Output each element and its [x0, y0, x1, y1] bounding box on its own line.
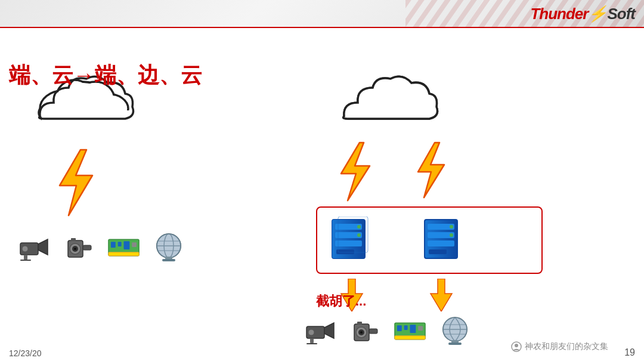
- svg-rect-85: [448, 343, 462, 345]
- left-device-row: [18, 233, 286, 263]
- svg-point-87: [515, 344, 518, 347]
- server-1: [329, 217, 374, 264]
- date-text: 12/23/20: [9, 348, 42, 358]
- svg-point-39: [157, 234, 181, 258]
- right-lightnings: [331, 141, 632, 203]
- svg-rect-59: [429, 249, 447, 254]
- svg-point-57: [450, 225, 453, 229]
- page-number: 19: [624, 347, 635, 358]
- server-box: [316, 206, 543, 274]
- svg-marker-42: [341, 143, 370, 200]
- svg-rect-14: [42, 110, 131, 131]
- svg-rect-41: [162, 259, 175, 261]
- svg-rect-76: [404, 325, 408, 330]
- device-storage: [152, 233, 185, 263]
- svg-rect-71: [369, 329, 377, 334]
- page-title: 端、云→端、边、云: [9, 61, 202, 90]
- svg-rect-78: [418, 326, 423, 331]
- caption: 截胡了...: [316, 292, 366, 310]
- thundersoft-logo: Thunder⚡Soft: [530, 4, 635, 23]
- svg-point-83: [443, 317, 467, 341]
- device-pcie-card: [107, 233, 140, 263]
- device-small-camera: [63, 233, 95, 263]
- device-pcie-card-2: [394, 316, 426, 346]
- svg-rect-77: [410, 325, 416, 333]
- svg-rect-28: [109, 252, 139, 256]
- soft-text: Soft: [607, 4, 635, 22]
- svg-rect-25: [83, 245, 91, 250]
- svg-rect-32: [132, 242, 137, 247]
- svg-point-18: [22, 246, 28, 252]
- svg-marker-63: [324, 323, 334, 338]
- svg-rect-48: [335, 240, 362, 246]
- thunder-text: Thunder: [530, 4, 588, 22]
- header: Thunder⚡Soft: [0, 0, 644, 28]
- left-lightning: [48, 147, 286, 221]
- svg-point-70: [360, 331, 363, 334]
- svg-rect-56: [428, 240, 454, 246]
- svg-marker-61: [431, 279, 452, 311]
- svg-marker-43: [418, 143, 444, 198]
- svg-point-64: [308, 329, 314, 335]
- server-2: [422, 217, 466, 264]
- device-security-camera-2: [304, 316, 337, 346]
- svg-rect-72: [357, 322, 362, 325]
- device-storage-2: [438, 316, 471, 346]
- svg-point-58: [450, 233, 453, 237]
- device-security-camera-1: [18, 233, 51, 263]
- main-content: 端、云→端、边、云: [0, 28, 644, 364]
- svg-rect-65: [310, 338, 314, 343]
- svg-rect-51: [336, 249, 354, 254]
- right-cloud: [334, 70, 632, 138]
- device-small-camera-2: [349, 316, 382, 346]
- svg-marker-17: [38, 239, 48, 255]
- svg-marker-15: [60, 150, 92, 215]
- left-panel: [12, 64, 286, 350]
- right-arrows: [340, 279, 632, 311]
- svg-rect-26: [71, 238, 76, 241]
- watermark: 神农和朋友们的杂文集: [511, 341, 608, 352]
- right-panel: [298, 64, 632, 356]
- svg-rect-29: [111, 242, 116, 248]
- watermark-text: 神农和朋友们的杂文集: [525, 341, 608, 352]
- svg-rect-75: [397, 325, 402, 331]
- svg-rect-19: [24, 255, 27, 260]
- svg-rect-66: [306, 343, 317, 344]
- svg-rect-31: [124, 241, 130, 249]
- svg-point-24: [74, 248, 76, 250]
- svg-point-50: [357, 233, 361, 237]
- svg-rect-74: [395, 336, 425, 340]
- svg-point-49: [357, 225, 361, 229]
- svg-rect-30: [118, 242, 122, 246]
- svg-rect-20: [20, 260, 31, 261]
